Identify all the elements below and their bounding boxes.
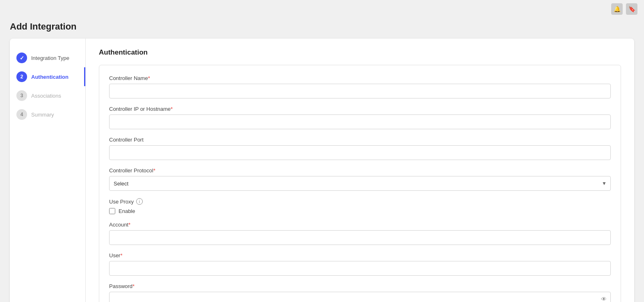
step-number-4: 4 [21, 112, 23, 117]
controller-protocol-label: Controller Protocol* [109, 167, 611, 174]
password-label: Password* [109, 283, 611, 289]
step-number-3: 3 [21, 93, 23, 98]
user-label: User* [109, 252, 611, 259]
use-proxy-group: Use Proxy i Enable [109, 198, 611, 214]
controller-protocol-select[interactable]: Select HTTP HTTPS [109, 176, 611, 191]
sidebar-item-authentication[interactable]: 2 Authentication [10, 67, 85, 86]
form-card: Controller Name* Controller IP or Hostna… [99, 65, 621, 302]
required-star: * [148, 75, 150, 81]
info-icon[interactable]: i [136, 198, 143, 205]
sidebar-item-summary[interactable]: 4 Summary [10, 105, 85, 124]
controller-port-group: Controller Port [109, 137, 611, 160]
use-proxy-checkbox[interactable] [109, 208, 115, 214]
eye-icon[interactable]: 👁 [601, 296, 607, 302]
section-title: Authentication [99, 48, 621, 57]
account-input[interactable] [109, 230, 611, 245]
required-star-protocol: * [153, 167, 155, 174]
controller-ip-input[interactable] [109, 114, 611, 129]
step-circle-4: 4 [16, 109, 27, 120]
controller-name-input[interactable] [109, 84, 611, 98]
step-circle-1: ✓ [16, 53, 27, 63]
step-number-2: 2 [21, 74, 23, 80]
sidebar-item-associations[interactable]: 3 Associations [10, 86, 85, 105]
password-group: Password* 👁 [109, 283, 611, 302]
checkmark-icon: ✓ [20, 55, 24, 61]
use-proxy-label: Use Proxy [109, 199, 134, 205]
required-star-ip: * [171, 106, 173, 112]
password-wrapper: 👁 [109, 292, 611, 302]
account-group: Account* [109, 222, 611, 245]
protocol-select-wrapper: Select HTTP HTTPS ▼ [109, 176, 611, 191]
step-label-associations: Associations [31, 93, 61, 99]
page-title: Add Integration [0, 18, 644, 39]
controller-ip-group: Controller IP or Hostname* [109, 106, 611, 129]
required-star-account: * [128, 222, 130, 228]
step-label-summary: Summary [31, 112, 54, 118]
controller-port-input[interactable] [109, 145, 611, 160]
required-star-password: * [132, 283, 135, 289]
proxy-label-row: Use Proxy i [109, 198, 611, 205]
sidebar: ✓ Integration Type 2 Authentication 3 As… [10, 39, 86, 302]
account-label: Account* [109, 222, 611, 228]
password-input[interactable] [109, 292, 611, 302]
step-circle-2: 2 [16, 71, 27, 82]
bookmark-icon-btn[interactable]: 🔖 [626, 3, 637, 15]
controller-protocol-group: Controller Protocol* Select HTTP HTTPS ▼ [109, 167, 611, 191]
user-group: User* [109, 252, 611, 276]
step-label-authentication: Authentication [31, 74, 69, 80]
controller-name-group: Controller Name* [109, 75, 611, 98]
enable-checkbox-row: Enable [109, 208, 611, 214]
controller-name-label: Controller Name* [109, 75, 611, 81]
required-star-user: * [120, 252, 122, 259]
step-label-integration-type: Integration Type [31, 55, 69, 61]
step-circle-3: 3 [16, 90, 27, 101]
wizard-container: ✓ Integration Type 2 Authentication 3 As… [10, 39, 634, 302]
top-bar: 🔔 🔖 [0, 0, 644, 18]
main-content: Authentication Controller Name* Controll… [86, 39, 634, 302]
sidebar-item-integration-type[interactable]: ✓ Integration Type [10, 48, 85, 67]
controller-port-label: Controller Port [109, 137, 611, 143]
bell-icon-btn[interactable]: 🔔 [611, 3, 623, 15]
enable-label: Enable [119, 208, 135, 214]
user-input[interactable] [109, 261, 611, 276]
controller-ip-label: Controller IP or Hostname* [109, 106, 611, 112]
